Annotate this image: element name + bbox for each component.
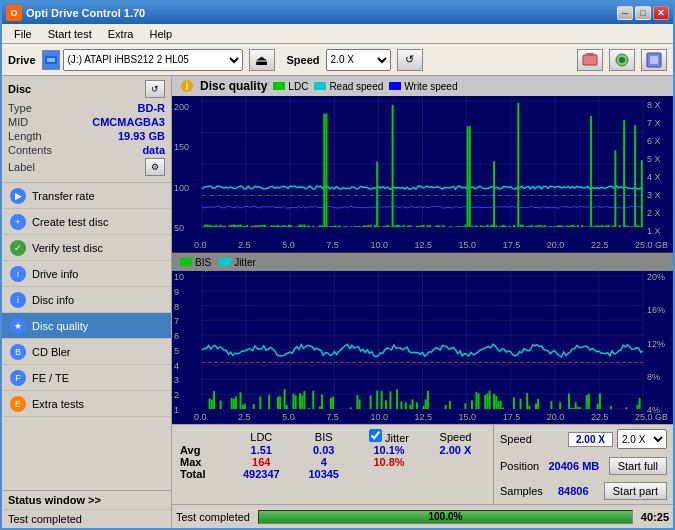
close-button[interactable]: ✕ — [653, 6, 669, 20]
nav-label-disc-info: Disc info — [32, 294, 74, 306]
avg-label: Avg — [180, 444, 227, 456]
menu-start-test[interactable]: Start test — [40, 27, 100, 41]
disc-refresh-button[interactable]: ↺ — [145, 80, 165, 98]
drive-select[interactable]: (J:) ATAPI iHBS212 2 HL05 — [63, 49, 243, 71]
menu-file[interactable]: File — [6, 27, 40, 41]
total-bis: 10345 — [295, 468, 352, 480]
title-bar: O Opti Drive Control 1.70 ─ □ ✕ — [2, 2, 673, 24]
body-area: Disc ↺ Type BD-R MID CMCMAGBA3 Length 19… — [2, 76, 673, 528]
charts-area: BIS Jitter — [172, 96, 673, 424]
left-panel: Disc ↺ Type BD-R MID CMCMAGBA3 Length 19… — [2, 76, 172, 528]
menu-bar: File Start test Extra Help — [2, 24, 673, 44]
disc-mid-value: CMCMAGBA3 — [92, 116, 165, 128]
status-label: Test completed — [176, 511, 250, 523]
total-label: Total — [180, 468, 227, 480]
toolbar-btn-2[interactable] — [609, 49, 635, 71]
quality-icon: i — [180, 79, 194, 93]
menu-help[interactable]: Help — [141, 27, 180, 41]
test-completed-label: Test completed — [2, 510, 171, 528]
drive-icon — [42, 50, 60, 70]
stats-avg-row: Avg 1.51 0.03 10.1% 2.00 X — [180, 444, 485, 456]
quality-header: i Disc quality LDC Read speed Write spee… — [172, 76, 673, 96]
speed-controls: 2.00 X 2.0 X — [568, 429, 667, 449]
disc-label-icon-button[interactable]: ⚙ — [145, 158, 165, 176]
status-window-label: Status window >> — [8, 494, 101, 506]
stats-samples-row: Samples 84806 Start part — [500, 482, 667, 500]
nav-icon-disc-quality: ★ — [10, 318, 26, 334]
avg-jitter: 10.1% — [352, 444, 426, 456]
stats-right: Speed 2.00 X 2.0 X Position 20406 MB — [493, 425, 673, 504]
window-title: Opti Drive Control 1.70 — [26, 7, 145, 19]
nav-label-drive-info: Drive info — [32, 268, 78, 280]
legend-read-speed-color — [314, 82, 326, 90]
right-panel: i Disc quality LDC Read speed Write spee… — [172, 76, 673, 528]
app-icon: O — [6, 5, 22, 21]
jitter-checkbox[interactable] — [369, 429, 382, 442]
stats-speed-row: Speed 2.00 X 2.0 X — [500, 429, 667, 449]
nav-label-disc-quality: Disc quality — [32, 320, 88, 332]
nav-extra-tests[interactable]: E Extra tests — [2, 391, 171, 417]
disc-title: Disc — [8, 83, 31, 95]
avg-ldc: 1.51 — [227, 444, 295, 456]
legend-write-speed-color — [389, 82, 401, 90]
sidebar-bottom: Status window >> Test completed — [2, 490, 171, 528]
nav-disc-quality[interactable]: ★ Disc quality — [2, 313, 171, 339]
legend-jitter-color — [219, 258, 231, 266]
title-bar-left: O Opti Drive Control 1.70 — [6, 5, 145, 21]
nav-icon-extra-tests: E — [10, 396, 26, 412]
max-jitter: 10.8% — [352, 456, 426, 468]
max-bis: 4 — [295, 456, 352, 468]
avg-bis: 0.03 — [295, 444, 352, 456]
start-part-button[interactable]: Start part — [604, 482, 667, 500]
nav-verify-test-disc[interactable]: ✓ Verify test disc — [2, 235, 171, 261]
stats-left: LDC BIS Jitter Speed Avg — [172, 425, 493, 504]
col-label-header — [180, 429, 227, 444]
toolbar-btn-3[interactable] — [641, 49, 667, 71]
disc-type-label: Type — [8, 102, 32, 114]
disc-type-value: BD-R — [138, 102, 166, 114]
samples-label: Samples — [500, 485, 543, 497]
max-label: Max — [180, 456, 227, 468]
stats-max-row: Max 164 4 10.8% — [180, 456, 485, 468]
start-full-button[interactable]: Start full — [609, 457, 667, 475]
speed-select-stats[interactable]: 2.0 X — [617, 429, 667, 449]
progress-bar: 100.0% — [258, 510, 633, 524]
nav-icon-cd-bler: B — [10, 344, 26, 360]
status-window-toggle[interactable]: Status window >> — [2, 491, 171, 510]
nav-transfer-rate[interactable]: ▶ Transfer rate — [2, 183, 171, 209]
disc-panel: Disc ↺ Type BD-R MID CMCMAGBA3 Length 19… — [2, 76, 171, 183]
avg-speed: 2.00 X — [426, 444, 485, 456]
menu-extra[interactable]: Extra — [100, 27, 142, 41]
nav-cd-bler[interactable]: B CD Bler — [2, 339, 171, 365]
speed-refresh-button[interactable]: ↺ — [397, 49, 423, 71]
nav-drive-info[interactable]: i Drive info — [2, 261, 171, 287]
speed-select[interactable]: 2.0 X — [326, 49, 391, 71]
nav-label-create-test-disc: Create test disc — [32, 216, 108, 228]
drive-eject-button[interactable]: ⏏ — [249, 49, 275, 71]
bottom-chart — [172, 271, 673, 424]
legend-write-speed: Write speed — [389, 81, 457, 92]
nav-disc-info[interactable]: i Disc info — [2, 287, 171, 313]
nav-label-verify-test-disc: Verify test disc — [32, 242, 103, 254]
stats-bar: LDC BIS Jitter Speed Avg — [172, 424, 673, 504]
stats-speed-label: Speed — [500, 433, 532, 445]
toolbar-btn-1[interactable] — [577, 49, 603, 71]
nav-create-test-disc[interactable]: + Create test disc — [2, 209, 171, 235]
legend-ldc-color — [273, 82, 285, 90]
minimize-button[interactable]: ─ — [617, 6, 633, 20]
nav-label-fe-te: FE / TE — [32, 372, 69, 384]
col-ldc-header: LDC — [227, 429, 295, 444]
nav-icon-verify-test-disc: ✓ — [10, 240, 26, 256]
speed-label: Speed — [287, 54, 320, 66]
maximize-button[interactable]: □ — [635, 6, 651, 20]
speed-box: 2.00 X — [568, 432, 613, 447]
nav-fe-te[interactable]: F FE / TE — [2, 365, 171, 391]
disc-length-value: 19.93 GB — [118, 130, 165, 142]
top-chart-canvas — [172, 96, 673, 252]
svg-text:i: i — [186, 81, 189, 92]
stats-table: LDC BIS Jitter Speed Avg — [180, 429, 485, 480]
nav-icon-transfer-rate: ▶ — [10, 188, 26, 204]
nav-icon-disc-info: i — [10, 292, 26, 308]
disc-mid-label: MID — [8, 116, 28, 128]
legend-ldc-label: LDC — [288, 81, 308, 92]
